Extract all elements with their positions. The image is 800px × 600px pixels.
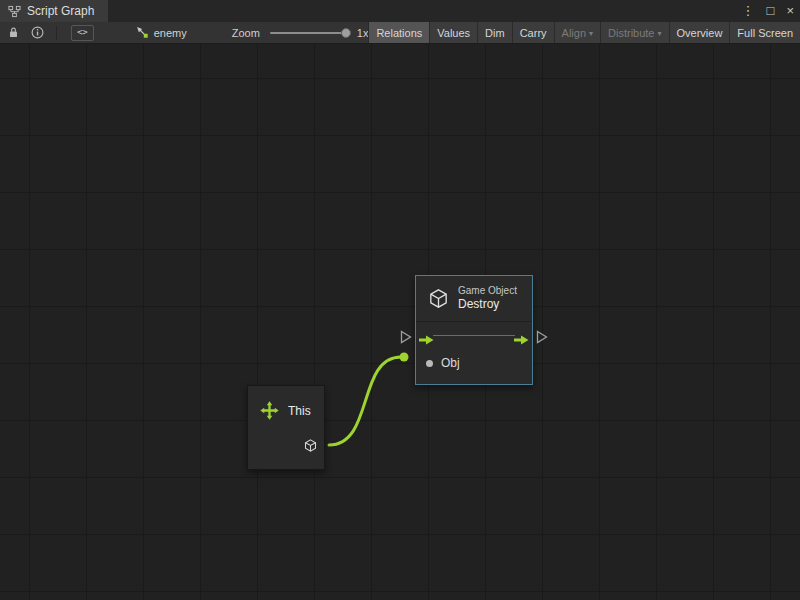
chevron-down-icon: ▾	[589, 29, 593, 38]
graph-name: enemy	[154, 27, 187, 39]
align-button[interactable]: Align ▾	[554, 22, 600, 43]
script-graph-icon	[8, 5, 21, 18]
toolbar-separator	[56, 26, 57, 40]
flow-input-arrow-icon[interactable]	[419, 331, 434, 341]
lock-icon[interactable]	[8, 26, 19, 39]
graph-asset-icon	[136, 26, 149, 39]
chevron-down-icon: ▾	[658, 29, 662, 38]
relation-line	[433, 335, 515, 336]
graph-toolbar: <> enemy Zoom 1x Relations Values Dim Ca…	[0, 22, 800, 44]
window-close-icon[interactable]: ×	[780, 0, 800, 22]
tab-script-graph[interactable]: Script Graph	[0, 0, 108, 22]
this-move-icon	[259, 400, 280, 421]
dim-button[interactable]: Dim	[477, 22, 512, 43]
flow-port-row	[416, 321, 532, 350]
carry-button[interactable]: Carry	[512, 22, 554, 43]
zoom-slider[interactable]	[270, 32, 349, 34]
flow-input-port-triangle-icon[interactable]	[400, 330, 412, 344]
node-title: Destroy	[458, 297, 517, 312]
graph-canvas[interactable]: Game Object Destroy Obj	[0, 44, 800, 600]
zoom-label: Zoom	[232, 27, 260, 39]
code-icon[interactable]: <>	[71, 25, 94, 41]
connection-wire[interactable]	[0, 44, 800, 600]
tab-title: Script Graph	[27, 4, 94, 18]
game-object-cube-icon	[427, 287, 450, 310]
flow-output-arrow-icon[interactable]	[514, 331, 529, 341]
window-menu-icon[interactable]: ⋮	[736, 0, 761, 22]
this-output-cube-port[interactable]	[303, 438, 318, 453]
node-this[interactable]: This	[247, 385, 325, 470]
flow-output-port-triangle-icon[interactable]	[536, 330, 548, 344]
toolbar-buttons: Relations Values Dim Carry Align ▾ Distr…	[368, 22, 800, 43]
obj-port-label: Obj	[441, 356, 460, 370]
window-tab-bar: Script Graph ⋮ □ ×	[0, 0, 800, 22]
obj-port-row: Obj	[416, 350, 532, 376]
full-screen-button[interactable]: Full Screen	[729, 22, 800, 43]
obj-value-port[interactable]	[426, 360, 433, 367]
overview-button[interactable]: Overview	[669, 22, 730, 43]
relations-button[interactable]: Relations	[368, 22, 429, 43]
node-category: Game Object	[458, 285, 517, 298]
node-destroy[interactable]: Game Object Destroy Obj	[415, 275, 533, 385]
info-icon[interactable]	[31, 26, 44, 39]
node-title: This	[288, 404, 311, 418]
node-destroy-header: Game Object Destroy	[416, 276, 532, 321]
distribute-button[interactable]: Distribute ▾	[600, 22, 668, 43]
window-controls: ⋮ □ ×	[736, 0, 800, 22]
values-button[interactable]: Values	[429, 22, 477, 43]
window-maximize-icon[interactable]: □	[761, 0, 781, 22]
zoom-value: 1x	[357, 27, 369, 39]
zoom-slider-knob[interactable]	[341, 28, 351, 38]
node-this-header: This	[248, 386, 324, 421]
graph-breadcrumb[interactable]: enemy	[136, 26, 187, 39]
